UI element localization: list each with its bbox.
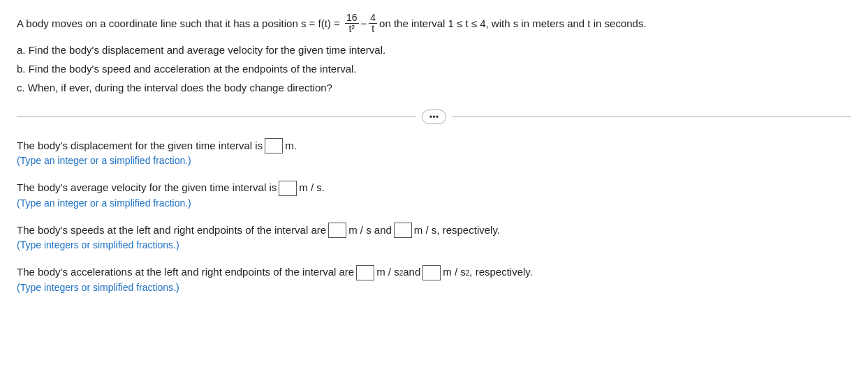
divider-line-left: [17, 117, 416, 117]
acceleration-section: The body's accelerations at the left and…: [17, 263, 851, 293]
speed-line: The body's speeds at the left and right …: [17, 221, 851, 239]
part-c: c. When, if ever, during the interval do…: [17, 78, 851, 97]
speed-unit-first: m / s and: [348, 221, 392, 239]
acceleration-mid: and: [403, 263, 420, 281]
avg-velocity-line: The body's average velocity for the give…: [17, 179, 851, 197]
acceleration-unit-second: m / s: [443, 263, 466, 281]
acceleration-label: The body's accelerations at the left and…: [17, 263, 354, 281]
avg-velocity-hint: (Type an integer or a simplified fractio…: [17, 197, 851, 209]
speed-section: The body's speeds at the left and right …: [17, 221, 851, 251]
avg-velocity-unit: m / s.: [299, 179, 325, 197]
fraction1-denominator: t²: [347, 24, 356, 34]
displacement-label: The body's displacement for the given ti…: [17, 137, 263, 155]
acceleration-end: , respectively.: [469, 263, 533, 281]
problem-intro-line: A body moves on a coordinate line such t…: [17, 13, 851, 35]
part-b: b. Find the body's speed and acceleratio…: [17, 59, 851, 78]
speed-input-right[interactable]: [394, 223, 412, 238]
minus-sign: −: [361, 15, 367, 32]
acceleration-unit-first: m / s: [376, 263, 399, 281]
part-list: a. Find the body's displacement and aver…: [17, 40, 851, 97]
acceleration-input-right[interactable]: [422, 265, 441, 280]
acceleration-input-left[interactable]: [356, 265, 374, 280]
fraction2-numerator: 4: [369, 13, 377, 24]
outro-text: on the interval 1 ≤ t ≤ 4, with s in met…: [379, 15, 647, 32]
displacement-line: The body's displacement for the given ti…: [17, 137, 851, 155]
avg-velocity-section: The body's average velocity for the give…: [17, 179, 851, 209]
acceleration-line: The body's accelerations at the left and…: [17, 263, 851, 281]
speed-unit-second: m / s, respectively.: [414, 221, 500, 239]
part-a: a. Find the body's displacement and aver…: [17, 40, 851, 59]
acceleration-hint: (Type integers or simplified fractions.): [17, 282, 851, 293]
divider-line-right: [452, 117, 851, 117]
divider-row: •••: [17, 110, 851, 124]
speed-hint: (Type integers or simplified fractions.): [17, 239, 851, 250]
speed-label: The body's speeds at the left and right …: [17, 221, 326, 239]
more-button[interactable]: •••: [422, 110, 447, 124]
fraction-1: 16 t²: [345, 13, 359, 35]
intro-text: A body moves on a coordinate line such t…: [17, 15, 340, 32]
displacement-section: The body's displacement for the given ti…: [17, 137, 851, 167]
displacement-unit: m.: [285, 137, 297, 155]
fraction-2: 4 t: [369, 13, 377, 35]
avg-velocity-label: The body's average velocity for the give…: [17, 179, 277, 197]
fraction1-numerator: 16: [345, 13, 359, 24]
problem-statement: A body moves on a coordinate line such t…: [17, 13, 851, 97]
displacement-hint: (Type an integer or a simplified fractio…: [17, 155, 851, 166]
displacement-input[interactable]: [265, 138, 283, 153]
speed-input-left[interactable]: [328, 223, 346, 238]
fraction2-denominator: t: [370, 24, 376, 34]
avg-velocity-input[interactable]: [279, 181, 297, 196]
